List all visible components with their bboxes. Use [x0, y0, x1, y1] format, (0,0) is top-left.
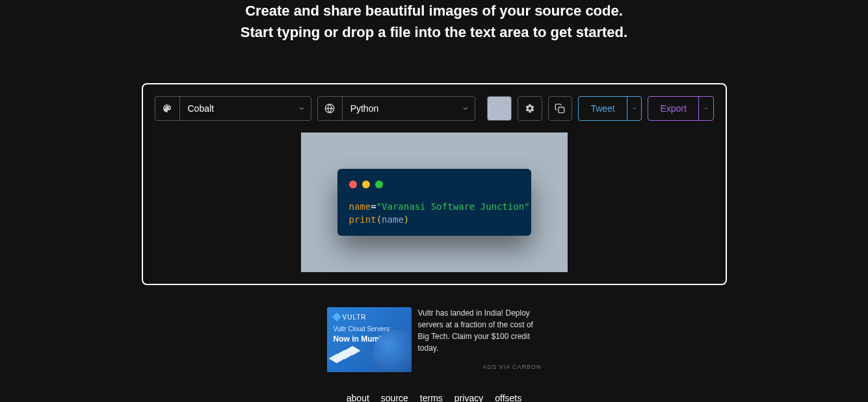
chevron-down-icon [631, 105, 638, 112]
code-token: = [371, 201, 376, 212]
language-dropdown[interactable]: Python [317, 96, 475, 121]
settings-button[interactable] [518, 96, 542, 121]
toolbar: Cobalt Python Twe [155, 96, 714, 121]
ad-image: VULTR Vultr Cloud Servers: Now in Mumbai [327, 307, 412, 372]
footer-link-offsets[interactable]: offsets [495, 393, 521, 402]
footer-link-source[interactable]: source [381, 393, 408, 402]
tweet-button[interactable]: Tweet [579, 97, 627, 120]
maximize-dot-icon [375, 181, 383, 188]
background-color-swatch[interactable] [487, 96, 512, 121]
hero-text: Create and share beautiful images of you… [241, 0, 627, 43]
tweet-button-group: Tweet [578, 96, 642, 121]
footer-link-privacy[interactable]: privacy [454, 393, 483, 402]
minimize-dot-icon [362, 181, 370, 188]
export-button-group: Export [648, 96, 713, 121]
hero-line-2: Start typing or drop a file into the tex… [241, 21, 627, 43]
window-controls [349, 181, 519, 188]
preview-background[interactable]: name="Varanasi Software Junction" print(… [301, 132, 568, 272]
code-content[interactable]: name="Varanasi Software Junction" print(… [349, 200, 519, 227]
ad-text-block: Vultr has landed in India! Deploy server… [418, 307, 542, 372]
copy-icon [555, 103, 565, 114]
language-value: Python [343, 97, 456, 120]
code-window[interactable]: name="Varanasi Software Junction" print(… [337, 169, 531, 236]
code-token: ) [404, 214, 409, 225]
ad-brand: VULTR [334, 314, 367, 321]
theme-dropdown[interactable]: Cobalt [155, 96, 311, 121]
footer-link-about[interactable]: about [347, 393, 369, 402]
code-token: print [349, 214, 376, 225]
svg-rect-2 [559, 107, 564, 113]
palette-icon [155, 97, 180, 120]
copy-button[interactable] [548, 96, 573, 121]
code-token: name [382, 214, 404, 225]
hero-line-1: Create and share beautiful images of you… [241, 0, 627, 21]
editor-panel: Cobalt Python Twe [142, 83, 727, 285]
chevron-down-icon [703, 105, 709, 112]
code-token: name [349, 201, 371, 212]
export-button[interactable]: Export [648, 97, 698, 120]
footer-link-terms[interactable]: terms [420, 393, 443, 402]
code-token: ( [376, 214, 382, 225]
export-menu-button[interactable] [699, 97, 713, 120]
carbon-ad[interactable]: VULTR Vultr Cloud Servers: Now in Mumbai… [327, 307, 542, 372]
close-dot-icon [349, 181, 357, 188]
ad-brand-text: VULTR [343, 314, 367, 321]
gear-icon [525, 103, 535, 114]
theme-value: Cobalt [180, 97, 293, 120]
ad-attribution: ADS VIA CARBON [482, 363, 541, 372]
footer-nav: about source terms privacy offsets [347, 393, 521, 402]
chevron-down-icon [456, 97, 475, 120]
code-token: "Varanasi Software Junction" [376, 201, 530, 212]
vultr-logo-icon [332, 312, 341, 321]
globe-icon [318, 97, 343, 120]
tweet-menu-button[interactable] [627, 97, 642, 120]
ad-copy: Vultr has landed in India! Deploy server… [418, 308, 533, 353]
preview-area: name="Varanasi Software Junction" print(… [155, 132, 714, 272]
chevron-down-icon [293, 97, 311, 120]
ad-subhead: Vultr Cloud Servers: [334, 325, 391, 333]
server-cubes-icon [332, 346, 360, 367]
